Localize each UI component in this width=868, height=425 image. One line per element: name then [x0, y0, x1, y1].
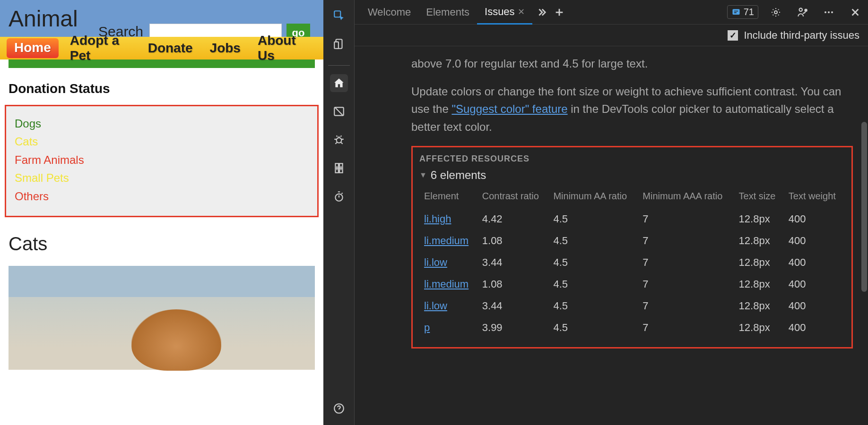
cell-element: li.low [419, 252, 477, 273]
affected-title: AFFECTED RESOURCES [419, 154, 845, 164]
donation-item-small[interactable]: Small Pets [15, 169, 309, 187]
svg-point-15 [831, 11, 833, 13]
page-header: Animal Search go [0, 0, 323, 37]
donation-item-dogs[interactable]: Dogs [15, 115, 309, 133]
cell-element: li.medium [419, 230, 477, 252]
cell-aa: 4.5 [548, 230, 638, 252]
devtools-panel: Welcome Elements Issues ✕ 71 [323, 0, 868, 425]
nav-donate[interactable]: Donate [148, 41, 193, 56]
col-weight: Text weight [784, 187, 845, 208]
cat-blob [131, 309, 221, 371]
home-icon[interactable] [330, 74, 348, 92]
inspect-icon[interactable] [330, 7, 348, 25]
tab-welcome[interactable]: Welcome [360, 0, 418, 24]
nav-adopt[interactable]: Adopt a Pet [70, 33, 131, 63]
cell-aaa: 7 [638, 273, 734, 295]
donation-item-farm[interactable]: Farm Animals [15, 151, 309, 169]
devtools-sidebar [323, 0, 355, 425]
cell-element: li.low [419, 295, 477, 317]
tab-elements[interactable]: Elements [418, 0, 477, 24]
nav-about[interactable]: About Us [258, 33, 306, 63]
demo-page: Animal Search go Home Adopt a Pet Donate… [0, 0, 323, 425]
section-heading: Cats [9, 233, 323, 255]
table-header-row: Element Contrast ratio Minimum AA ratio … [419, 187, 845, 208]
svg-point-4 [336, 138, 341, 143]
cell-size: 12.8px [734, 295, 784, 317]
issue-counter[interactable]: 71 [727, 5, 758, 19]
nav-home[interactable]: Home [7, 38, 59, 58]
donation-item-cats[interactable]: Cats [15, 133, 309, 151]
element-link[interactable]: li.low [424, 300, 447, 312]
cell-size: 12.8px [734, 252, 784, 273]
cell-element: li.high [419, 208, 477, 230]
element-link[interactable]: li.high [424, 213, 451, 225]
cell-weight: 400 [784, 230, 845, 252]
table-row: li.high4.424.5712.8px400 [419, 208, 845, 230]
page-title: Animal [9, 6, 78, 32]
svg-point-7 [335, 194, 342, 201]
element-link[interactable]: p [424, 322, 430, 333]
bug-icon[interactable] [330, 131, 348, 149]
cell-size: 12.8px [734, 208, 784, 230]
svg-rect-2 [334, 42, 339, 49]
devtools-tabbar: Welcome Elements Issues ✕ 71 [355, 0, 868, 25]
cell-aa: 4.5 [548, 317, 638, 339]
cell-weight: 400 [784, 295, 845, 317]
cell-element: p [419, 317, 477, 339]
scrollbar[interactable] [861, 46, 867, 425]
svg-point-10 [774, 11, 777, 14]
network-icon[interactable] [330, 159, 348, 177]
tab-issues[interactable]: Issues ✕ [477, 0, 532, 25]
help-icon[interactable] [330, 400, 348, 417]
cat-photo [9, 266, 315, 370]
gear-icon[interactable] [767, 7, 785, 18]
element-link[interactable]: li.medium [424, 278, 469, 290]
donation-item-others[interactable]: Others [15, 187, 309, 205]
suggest-color-link[interactable]: "Suggest color" feature [451, 102, 567, 115]
donation-heading: Donation Status [9, 81, 323, 96]
cell-aaa: 7 [638, 208, 734, 230]
stopwatch-icon[interactable] [330, 187, 348, 205]
issue-description-line1: above 7.0 for regular text and 4.5 for l… [411, 55, 859, 72]
cell-size: 12.8px [734, 273, 784, 295]
affected-count-toggle[interactable]: ▼ 6 elements [419, 169, 845, 182]
affected-table: Element Contrast ratio Minimum AA ratio … [419, 187, 845, 339]
cell-weight: 400 [784, 252, 845, 273]
cell-aa: 4.5 [548, 295, 638, 317]
element-link[interactable]: li.low [424, 256, 447, 268]
close-devtools-icon[interactable] [846, 7, 864, 17]
col-aa: Minimum AA ratio [548, 187, 638, 208]
cell-aaa: 7 [638, 295, 734, 317]
svg-point-12 [805, 9, 807, 11]
issue-description-line2: Update colors or change the font size or… [411, 83, 859, 136]
cell-contrast: 3.44 [477, 295, 549, 317]
include-third-party-checkbox[interactable]: ✓ [728, 30, 738, 41]
issue-counter-value: 71 [744, 7, 754, 17]
tab-issues-label: Issues [485, 6, 515, 18]
device-icon[interactable] [330, 35, 348, 53]
cell-aaa: 7 [638, 252, 734, 273]
scrollbar-thumb[interactable] [861, 122, 867, 292]
cell-weight: 400 [784, 317, 845, 339]
cell-weight: 400 [784, 208, 845, 230]
cell-weight: 400 [784, 273, 845, 295]
cell-aaa: 7 [638, 230, 734, 252]
close-icon[interactable]: ✕ [518, 7, 525, 17]
table-row: li.medium1.084.5712.8px400 [419, 230, 845, 252]
cell-aa: 4.5 [548, 208, 638, 230]
element-link[interactable]: li.medium [424, 235, 469, 246]
sidebar-separator [328, 65, 350, 66]
col-contrast: Contrast ratio [477, 187, 549, 208]
more-tabs-icon[interactable] [532, 7, 550, 17]
cell-aa: 4.5 [548, 273, 638, 295]
cell-contrast: 1.08 [477, 230, 549, 252]
svg-point-13 [825, 11, 826, 13]
nav-jobs[interactable]: Jobs [210, 41, 241, 56]
cell-element: li.medium [419, 273, 477, 295]
more-icon[interactable] [820, 7, 838, 18]
add-tab-icon[interactable] [550, 7, 568, 17]
cell-size: 12.8px [734, 317, 784, 339]
donation-box: Dogs Cats Farm Animals Small Pets Others [5, 105, 319, 217]
image-off-icon[interactable] [330, 102, 348, 120]
feedback-icon[interactable] [793, 6, 811, 18]
